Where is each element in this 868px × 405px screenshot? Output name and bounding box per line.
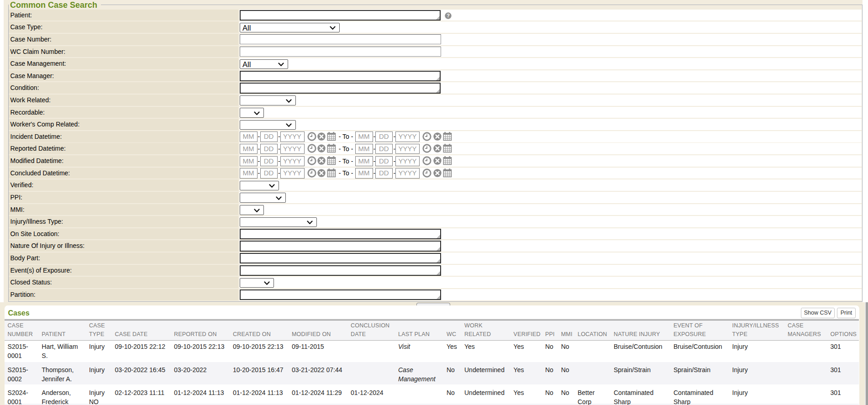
- svg-text:?: ?: [447, 13, 450, 18]
